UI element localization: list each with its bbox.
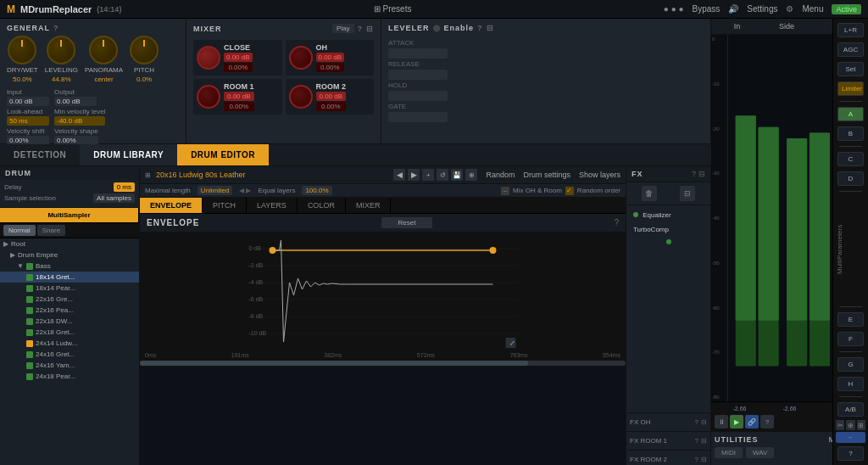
hold-bar[interactable] [388,91,448,101]
leveler-enable-label[interactable]: Enable [444,24,475,32]
settings-btn[interactable]: Settings [747,4,777,14]
leveler-settings-icon[interactable]: ⊟ [487,24,494,32]
wav-btn[interactable]: WAV [746,447,774,458]
panorama-knob[interactable] [89,36,118,64]
e-btn[interactable]: E [837,312,864,327]
cut-btn[interactable]: ✂ [836,420,844,430]
lookahead-value[interactable]: 50 ms [7,116,49,126]
input-value[interactable]: 0.00 dB [7,97,49,106]
tree-item-7[interactable]: 24x14 Ludw... [0,338,139,349]
tab-multisampler[interactable]: MultiSampler [0,208,139,222]
tree-item-5[interactable]: 22x18 DW... [0,316,139,327]
meter-link-btn[interactable]: 🔗 [745,415,759,429]
g-btn[interactable]: G [837,357,864,372]
fx-room1-help[interactable]: ? [695,437,698,445]
h-btn[interactable]: H [837,377,864,391]
close-pct-value[interactable]: 0.00% [224,63,253,72]
release-bar[interactable] [388,70,448,80]
snare-snare[interactable]: Snare [37,225,65,236]
minvellevel-value[interactable]: -40.0 dB [54,116,105,126]
oh-pct-value[interactable]: 0.00% [316,63,345,72]
tree-drum-empire[interactable]: ▶ Drum Empire [0,249,139,261]
oh-db-value[interactable]: 0.00 dB [316,53,345,62]
f-btn[interactable]: F [837,332,864,346]
a-btn[interactable]: A [837,107,864,121]
fx-room2-settings[interactable]: ⊟ [701,456,707,463]
envelope-help-icon[interactable]: ? [614,218,619,227]
room2-db-value[interactable]: 0.00 dB [316,92,347,101]
meter-expand-btn[interactable]: ? [760,415,774,429]
bypass-btn[interactable]: Bypass [693,4,721,14]
attack-bar[interactable] [388,48,448,59]
mixer-settings-icon[interactable]: ⊟ [366,25,374,33]
close-knob[interactable] [197,46,220,70]
tab-mixer[interactable]: MIXER [346,198,392,213]
presets-area[interactable]: ⊞ Presets [374,4,412,14]
drum-tree[interactable]: ▶ Root ▶ Drum Empire ▼ Bass 18x14 Gret..… [0,238,139,465]
add-btn[interactable]: + [422,169,434,181]
limiter-btn[interactable]: Limiter [837,81,864,96]
lr-btn[interactable]: L+R [837,23,864,37]
snare-normal[interactable]: Normal [3,225,36,236]
nav-drum-editor[interactable]: DRUM EDITOR [177,144,269,165]
meter-play-btn[interactable]: ▶ [730,415,743,429]
show-layers-btn[interactable]: Show layers [579,171,620,179]
mixer-help-icon[interactable]: ? [358,25,364,33]
sample-sel-value[interactable]: All samples [93,193,135,203]
tree-root[interactable]: ▶ Root [0,238,139,249]
fx-equalizer[interactable]: Equalizer [630,209,707,221]
arrow-btn-sm[interactable]: ← [836,432,865,443]
fx-room2-help[interactable]: ? [695,456,698,463]
drywet-knob[interactable] [8,36,36,64]
output-value[interactable]: 0.00 dB [54,97,97,106]
reload-btn[interactable]: ↺ [437,169,448,181]
room2-knob[interactable] [289,85,313,109]
fx-room1-settings[interactable]: ⊟ [701,437,707,445]
tree-item-6[interactable]: 22x18 Gret... [0,327,139,338]
d-btn[interactable]: D [837,171,864,186]
tree-item-3[interactable]: 22x16 Gre... [0,294,139,305]
fx-oh-settings[interactable]: ⊟ [701,418,707,426]
tab-pitch[interactable]: PITCH [203,198,247,213]
copy-sm-btn[interactable]: ⊕ [846,420,854,430]
random-btn[interactable]: Random [486,171,515,179]
copy-btn[interactable]: ⊕ [465,169,477,181]
leveler-help-icon[interactable]: ? [477,24,483,32]
envelope-scrollbar[interactable] [140,360,626,367]
fx-turbocomp[interactable]: TurboComp [630,223,707,236]
midi-btn[interactable]: MIDI [715,447,743,458]
equallayers-value[interactable]: 100.0% [302,186,331,195]
b-btn[interactable]: B [837,126,864,141]
tree-item-8[interactable]: 24x16 Gret... [0,349,139,360]
ab-btn[interactable]: A/B [837,402,864,417]
menu-btn[interactable]: Menu [802,4,823,14]
fx-menu-btn[interactable]: ⊟ [680,186,695,201]
next-btn[interactable]: ▶ [408,169,420,181]
room1-pct-value[interactable]: 0.00% [224,102,254,111]
leveler-enable-icon[interactable]: ◎ [433,24,441,32]
tab-envelope[interactable]: ENVELOPE [140,198,203,213]
mix-oh-room-checkbox[interactable]: – [501,187,509,195]
tree-item-10[interactable]: 24x18 Pear... [0,371,139,382]
room1-knob[interactable] [197,85,220,109]
tree-bass[interactable]: ▼ Bass [0,261,139,272]
prev-btn[interactable]: ◀ [393,169,405,181]
fx-trash-btn[interactable]: 🗑 [642,186,657,201]
fx-help-icon[interactable]: ? [692,170,696,178]
set-btn[interactable]: Set [837,62,864,76]
reset-btn[interactable]: Reset [381,217,433,228]
question-btn[interactable]: ? [837,446,864,461]
tab-layers[interactable]: LAYERS [247,198,298,213]
close-db-value[interactable]: 0.00 dB [224,53,253,62]
play-btn[interactable]: Play [332,24,354,33]
maxlength-value[interactable]: Unlimited [198,186,232,195]
save-btn[interactable]: 💾 [451,169,463,181]
fx-oh-help[interactable]: ? [695,418,698,426]
oh-knob[interactable] [289,46,313,70]
gate-bar[interactable] [388,112,448,122]
tree-item-9[interactable]: 24x16 Yam... [0,360,139,371]
nav-detection[interactable]: DETECTION [0,144,80,165]
room1-db-value[interactable]: 0.00 dB [224,92,254,101]
tree-item-4[interactable]: 22x16 Pea... [0,305,139,316]
fx-settings-icon[interactable]: ⊟ [698,170,705,178]
